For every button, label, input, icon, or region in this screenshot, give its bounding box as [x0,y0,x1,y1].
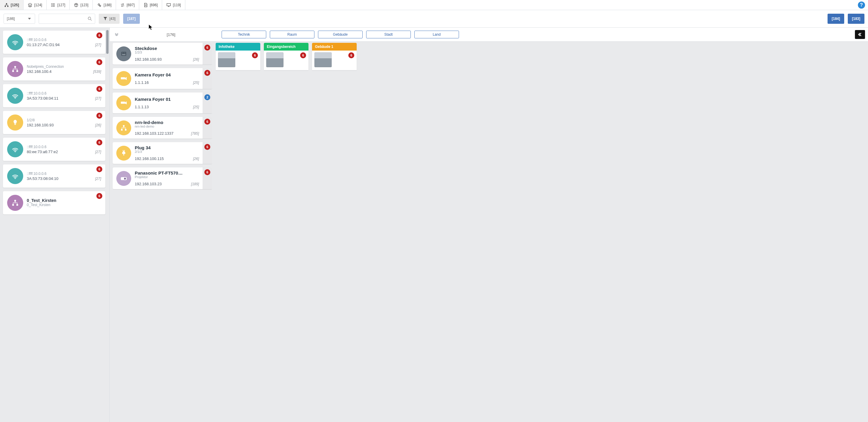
left-panel: ::ffff:10.0.0.601:13:27:AC:D1:94[27]6Nob… [0,28,110,422]
device-sub: Projektor [135,175,199,179]
left-item[interactable]: 1/2/8192.168.100.93[26]6 [3,111,105,134]
svg-rect-21 [17,204,18,206]
device-badge: 6 [204,119,210,125]
search-box[interactable] [39,14,95,24]
svg-rect-32 [124,150,125,151]
svg-point-25 [124,53,125,53]
layers-icon [28,3,32,7]
device-count: [785] [191,131,199,136]
level-pill-land[interactable]: Land [414,31,459,38]
tab-cube[interactable]: [123] [70,0,93,10]
location-header: Eingangsbereich [264,43,308,51]
tab-doc[interactable]: [696] [139,0,162,10]
left-item[interactable]: 0_Test_Kirsten0_Test_Kirsten6 [3,191,105,215]
svg-rect-23 [122,54,125,55]
device-card[interactable]: Steckdose1/2/3192.168.100.93[26]6 [113,43,212,65]
svg-point-9 [88,17,91,20]
left-item[interactable]: ::ffff:10.0.0.601:13:27:AC:D1:94[27]6 [3,31,105,54]
tab-hierarchy[interactable]: [125] [0,0,24,10]
left-item[interactable]: ::ffff:10.0.0.63A:53:73:08:04:10[27]6 [3,164,105,188]
svg-point-5 [51,6,52,6]
location-card[interactable]: Infotheke6 [216,43,260,70]
svg-point-3 [51,3,52,4]
location-header: Gebäude 1 [312,43,356,51]
location-card[interactable]: Gebäude 16 [312,43,356,70]
device-ip: 192.168.103.23 [135,182,161,186]
device-ip: 1.1.1.13 [135,105,149,109]
tab-gears[interactable]: [188] [93,0,116,10]
top-tabs: [125][124][127][123][188][697][696][119]… [0,0,868,10]
scrollbar-thumb[interactable] [106,30,108,54]
left-item-sub: ::ffff:10.0.0.6 [27,91,101,95]
net-icon [7,61,23,77]
toolbar-button-1[interactable]: [184] [828,14,844,24]
left-item-count: [27] [95,150,101,154]
device-badge: 6 [204,70,210,76]
device-title: Plug 34 [135,145,199,150]
toolbar-button-2[interactable]: [183] [848,14,864,24]
filter-button[interactable]: [43] [99,14,120,24]
collapse-button[interactable] [855,30,865,39]
level-pill-gebäude[interactable]: Gebäude [318,31,363,38]
left-item-addr: 3A:53:73:08:04:11 [27,96,58,100]
alert-badge: 6 [96,59,102,65]
svg-rect-2 [7,6,9,7]
main: ::ffff:10.0.0.601:13:27:AC:D1:94[27]6Nob… [0,28,868,422]
level-pill-technik[interactable]: Technik [222,31,266,38]
location-header: Infotheke [216,43,260,51]
alert-badge: 6 [96,113,102,119]
plug2-icon [116,146,131,161]
svg-point-6 [98,4,100,5]
level-pill-raum[interactable]: Raum [270,31,314,38]
device-card[interactable]: Panasonic PT-FT570…Projektor192.168.103.… [113,167,212,189]
search-input[interactable] [42,17,88,21]
tab-label: [123] [80,3,88,7]
search-icon[interactable] [88,17,92,21]
svg-point-4 [51,4,52,5]
alert-badge: 6 [96,86,102,92]
device-count: [25] [193,80,199,85]
device-title: Kamera Foyer 04 [135,72,199,77]
svg-rect-14 [17,70,18,72]
right-panel: [176] TechnikRaumGebäudeStadtLand Steckd… [110,28,868,422]
tab-monitor[interactable]: [119] [162,0,185,10]
left-item-title: 0_Test_Kirsten [27,198,101,203]
tab-transfer[interactable]: [697] [116,0,139,10]
transfer-icon [120,3,125,7]
left-item-count: [27] [95,177,101,181]
device-card[interactable]: nrn-led-demonrn-led-demo192.168.103.122:… [113,117,212,138]
expand-toggle[interactable] [113,31,121,38]
proj-icon [116,171,131,186]
svg-rect-0 [6,3,7,4]
devices-column: Steckdose1/2/3192.168.100.93[26]6Kamera … [113,43,212,419]
view-select[interactable]: [186] [4,14,35,24]
action-button[interactable]: [187] [123,14,140,24]
left-item[interactable]: Nobelpreis_Connection192.168.100.4[539]6 [3,57,105,80]
left-item-addr: 80:ee:73:a6:77:e2 [27,150,58,154]
device-badge: 6 [204,144,210,150]
alert-badge: 6 [96,139,102,145]
left-item[interactable]: ::ffff:10.0.0.680:ee:73:a6:77:e2[27]6 [3,138,105,161]
tab-label: [124] [34,3,42,7]
tab-layers[interactable]: [124] [24,0,47,10]
svg-line-10 [90,19,92,21]
tab-list[interactable]: [127] [47,0,70,10]
device-count: [25] [193,105,199,109]
left-item-sub: ::ffff:10.0.0.6 [27,145,101,149]
location-card[interactable]: Eingangsbereich6 [264,43,308,70]
filter-icon [103,17,108,21]
svg-rect-22 [121,52,126,56]
location-thumbnail [218,52,235,67]
level-pill-stadt[interactable]: Stadt [366,31,411,38]
location-thumbnail [266,52,283,67]
device-card[interactable]: Plug 342/1/3192.168.100.115[26]6 [113,142,212,164]
left-item-sub: Nobelpreis_Connection [27,65,101,69]
help-button[interactable]: ? [858,1,865,9]
device-card[interactable]: Kamera Foyer 041.1.1.16[25]6 [113,68,212,89]
device-card[interactable]: Kamera Foyer 011.1.1.13[25]2 [113,93,212,113]
tab-label: [119] [173,3,181,7]
left-item-sub: 0_Test_Kirsten [27,203,101,207]
left-item[interactable]: ::ffff:10.0.0.63A:53:73:08:04:11[27]6 [3,84,105,107]
svg-rect-12 [14,66,16,68]
svg-point-15 [15,98,16,99]
